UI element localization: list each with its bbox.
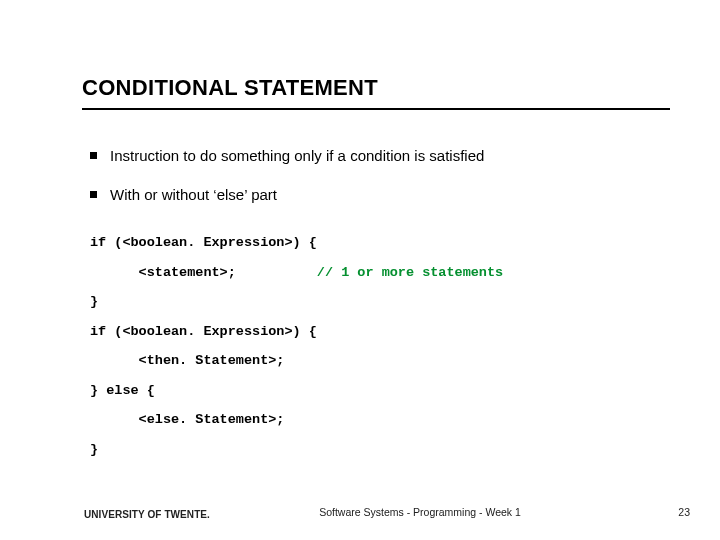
slide: CONDITIONAL STATEMENT Instruction to do … <box>0 0 720 540</box>
footer-page-number: 23 <box>678 506 690 518</box>
bullet-list: Instruction to do something only if a co… <box>90 148 650 225</box>
code-line: <statement>; // 1 or more statements <box>90 265 650 281</box>
code-comment: // 1 or more statements <box>236 265 503 280</box>
code-line: } else { <box>90 383 650 399</box>
code-line: if (<boolean. Expression>) { <box>90 324 650 340</box>
slide-title: CONDITIONAL STATEMENT <box>82 75 378 101</box>
bullet-item: With or without ‘else’ part <box>90 187 650 204</box>
code-segment: <statement>; <box>90 265 236 280</box>
code-block: if (<boolean. Expression>) { <statement>… <box>90 235 650 471</box>
code-line: if (<boolean. Expression>) { <box>90 235 650 251</box>
code-line: <else. Statement>; <box>90 412 650 428</box>
code-line: } <box>90 442 650 458</box>
footer-center: Software Systems - Programming - Week 1 <box>0 506 720 518</box>
code-line: <then. Statement>; <box>90 353 650 369</box>
title-rule <box>82 108 670 110</box>
code-line: } <box>90 294 650 310</box>
bullet-item: Instruction to do something only if a co… <box>90 148 650 165</box>
